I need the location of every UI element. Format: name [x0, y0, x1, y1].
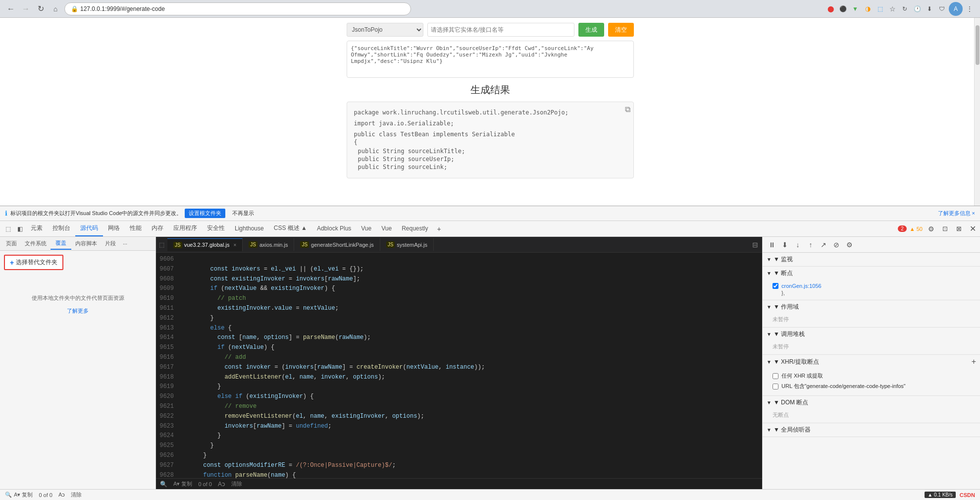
- watch-section-header[interactable]: ▼ ▼ 监视: [763, 253, 980, 266]
- learn-more-link[interactable]: 了解更多: [10, 307, 146, 316]
- tab-css[interactable]: CSS 概述 ▲: [269, 221, 312, 236]
- focus-btn[interactable]: ⊡: [939, 223, 950, 234]
- clear-search-btn[interactable]: 清除: [231, 480, 242, 488]
- callstack-section-header[interactable]: ▼ ▼ 调用堆栈: [763, 328, 980, 341]
- close-devtools-btn[interactable]: ✕: [967, 223, 978, 234]
- title-input[interactable]: [427, 23, 574, 37]
- code-tab-vue[interactable]: JS vue3.2.37.global.js ×: [167, 238, 243, 251]
- step-btn[interactable]: ↗: [818, 239, 829, 250]
- breakpoints-section-header[interactable]: ▼ ▼ 断点: [763, 267, 980, 280]
- menu-btn[interactable]: ⋮: [964, 3, 975, 14]
- source-subtabs: 页面 文件系统 覆盖 内容脚本 片段 ···: [0, 237, 155, 251]
- global-section-header[interactable]: ▼ ▼ 全局侦听器: [763, 423, 980, 437]
- global-chevron: ▼: [767, 427, 772, 433]
- tab-requestly[interactable]: Requestly: [397, 222, 433, 236]
- back-button[interactable]: ←: [5, 3, 17, 15]
- breakpoint-item: cronGen.js:1056: [773, 282, 976, 290]
- vue-close-icon[interactable]: ×: [233, 242, 236, 248]
- step-over-btn[interactable]: ⬇: [779, 239, 790, 250]
- tab-more[interactable]: +: [433, 222, 445, 236]
- generate-btn[interactable]: 生成: [578, 23, 604, 37]
- xhr-any-checkbox[interactable]: [773, 373, 778, 379]
- xhr-url-checkbox[interactable]: [773, 384, 778, 389]
- pause-btn[interactable]: ⏸: [767, 239, 777, 250]
- code-tab-axios[interactable]: JS axios.min.js: [243, 238, 294, 251]
- dock-icon[interactable]: ⬚: [2, 223, 14, 235]
- deactivate-btn[interactable]: ⊘: [831, 239, 842, 250]
- json-input[interactable]: {"sourceLinkTitle":"Wuvrr Obin","sourceU…: [347, 41, 634, 78]
- profile-btn[interactable]: ⚫: [837, 3, 848, 14]
- subtab-overrides[interactable]: 覆盖: [51, 237, 71, 250]
- subtab-more[interactable]: ···: [120, 239, 130, 249]
- tab-performance[interactable]: 性能: [125, 221, 147, 236]
- devtools-status-bar: 🔍 A▾ 复制 0 of 0 Aↄ 清除 ▲ 0.1 KB/s CSDN: [0, 489, 980, 500]
- breakpoints-label: ▼ 断点: [774, 269, 793, 278]
- security-btn[interactable]: 🛡: [936, 3, 947, 14]
- extension4-btn[interactable]: ⬚: [875, 3, 885, 14]
- clear-btn[interactable]: 清空: [608, 23, 634, 37]
- address-bar[interactable]: 🔒 127.0.0.1:9999/#/generate-code: [64, 2, 411, 15]
- tab-application[interactable]: 应用程序: [168, 221, 202, 236]
- devtools-icon2[interactable]: ◧: [14, 223, 26, 235]
- file-selector-label: 选择替代文件夹: [16, 258, 57, 267]
- tab-console[interactable]: 控制台: [48, 221, 75, 236]
- home-button[interactable]: ⌂: [50, 3, 61, 15]
- tab-vue1[interactable]: Vue: [356, 222, 376, 236]
- history-btn[interactable]: 🕐: [912, 3, 923, 14]
- subtab-filesystem[interactable]: 文件系统: [21, 238, 51, 249]
- code-editor-icon-btn[interactable]: ⊟: [748, 239, 762, 251]
- scope-chevron: ▼: [767, 304, 772, 310]
- dont-show-btn[interactable]: 不再显示: [228, 209, 258, 218]
- sync-btn[interactable]: ↻: [899, 3, 910, 14]
- tab-adblock[interactable]: Adblock Plus: [312, 222, 356, 236]
- tab-vue2[interactable]: Vue: [376, 222, 397, 236]
- subtab-content-scripts[interactable]: 内容脚本: [71, 238, 101, 249]
- scope-section-header[interactable]: ▼ ▼ 作用域: [763, 300, 980, 314]
- forward-button[interactable]: →: [20, 3, 32, 15]
- refresh-button[interactable]: ↻: [35, 3, 47, 15]
- tab-sources[interactable]: 源代码: [75, 221, 103, 236]
- error-badge: 2: [898, 225, 907, 232]
- file-selector-box[interactable]: + 选择替代文件夹: [4, 255, 63, 270]
- format-select[interactable]: JsonToPojo: [347, 23, 423, 37]
- result-title: 生成结果: [470, 84, 510, 95]
- undock-btn[interactable]: ⊠: [953, 223, 964, 234]
- extension3-btn[interactable]: ◑: [862, 3, 873, 14]
- step-into-btn[interactable]: ↓: [792, 239, 803, 250]
- dom-section-header[interactable]: ▼ ▼ DOM 断点: [763, 396, 980, 409]
- watch-label: ▼ 监视: [774, 255, 793, 264]
- code-tab-generate[interactable]: JS generateShortLinkPage.js: [294, 238, 380, 251]
- account-btn[interactable]: A: [949, 2, 963, 16]
- download-btn[interactable]: ⬇: [924, 3, 935, 14]
- clear-btn[interactable]: 清除: [71, 491, 82, 499]
- copy-button[interactable]: ⧉: [625, 105, 630, 114]
- subtab-page[interactable]: 页面: [2, 238, 21, 249]
- settings-btn[interactable]: ⚙: [926, 223, 936, 234]
- set-root-btn[interactable]: 设置根文件夹: [185, 209, 225, 218]
- tab-security[interactable]: 安全性: [202, 221, 230, 236]
- code-editor-toggle[interactable]: ⬚: [156, 239, 167, 250]
- page-scrollbar[interactable]: [974, 18, 980, 206]
- tab-elements[interactable]: 元素: [26, 221, 48, 236]
- extensions-btn[interactable]: ⬤: [825, 3, 836, 14]
- bookmark-btn[interactable]: ☆: [887, 3, 898, 14]
- breakpoint-checkbox[interactable]: [773, 283, 778, 289]
- step-out-btn[interactable]: ↑: [805, 239, 816, 250]
- code-content[interactable]: const invokers = el._vei || (el._vei = {…: [178, 253, 762, 478]
- code-tabs-bar: ⬚ JS vue3.2.37.global.js × JS axios.min.…: [156, 237, 762, 253]
- watch-section: ▼ ▼ 监视: [763, 253, 980, 267]
- xhr-section-header[interactable]: ▼ ▼ XHR/提取断点 +: [763, 355, 980, 369]
- async-btn[interactable]: ⚙: [844, 239, 855, 250]
- xhr-add-btn[interactable]: +: [972, 357, 976, 366]
- tab-network[interactable]: 网络: [103, 221, 125, 236]
- learn-more-link[interactable]: 了解更多信息 ×: [938, 210, 975, 217]
- code-tab-system[interactable]: JS systemApi.js: [380, 238, 434, 251]
- subtab-snippets[interactable]: 片段: [101, 238, 120, 249]
- axios-file-icon: JS: [249, 241, 258, 248]
- dom-chevron: ▼: [767, 400, 772, 405]
- breakpoint-label[interactable]: cronGen.js:1056: [781, 283, 822, 289]
- left-panel: 页面 文件系统 覆盖 内容脚本 片段 ··· + 选择替代文件夹 使用本地文: [0, 237, 156, 489]
- extension2-btn[interactable]: ▼: [850, 3, 861, 14]
- tab-lighthouse[interactable]: Lighthouse: [230, 222, 269, 236]
- tab-memory[interactable]: 内存: [147, 221, 168, 236]
